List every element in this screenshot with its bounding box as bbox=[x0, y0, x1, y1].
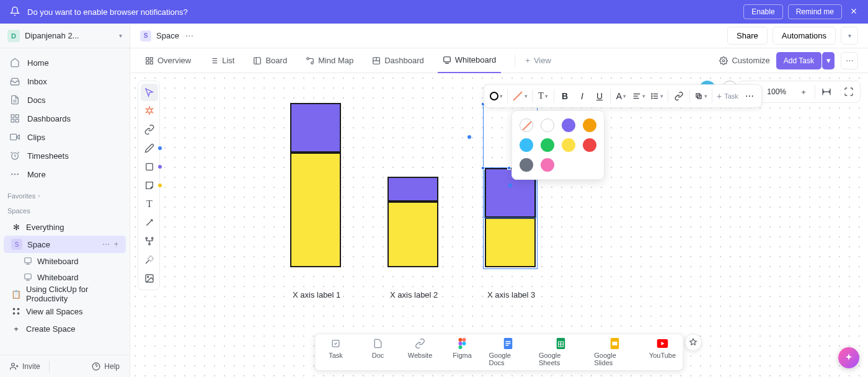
bold-button[interactable]: B bbox=[557, 87, 573, 105]
color-purple[interactable] bbox=[562, 118, 575, 132]
nav-docs[interactable]: Docs bbox=[0, 91, 130, 109]
fullscreen-button[interactable] bbox=[838, 81, 860, 103]
tab-board[interactable]: Board bbox=[248, 48, 292, 73]
favorites-section[interactable]: Favorites› bbox=[0, 188, 130, 203]
nav-timesheets[interactable]: Timesheets bbox=[0, 146, 130, 165]
svg-point-35 bbox=[146, 237, 148, 239]
tab-mindmap[interactable]: Mind Map bbox=[301, 48, 358, 73]
bar-1-yellow[interactable] bbox=[290, 153, 341, 267]
customize-button[interactable]: Customize bbox=[719, 56, 769, 65]
x-axis-label-1[interactable]: X axis label 1 bbox=[293, 290, 340, 299]
color-red[interactable] bbox=[583, 138, 596, 152]
breadcrumb-space[interactable]: Space bbox=[156, 31, 179, 40]
bar-2-purple[interactable] bbox=[388, 177, 438, 202]
sidebar-item-everything[interactable]: ✻Everything bbox=[4, 218, 126, 236]
bar-1-purple[interactable] bbox=[290, 103, 341, 153]
text-tool[interactable]: T bbox=[141, 195, 158, 213]
help-button[interactable]: Help bbox=[87, 360, 125, 373]
sticky-tool[interactable] bbox=[141, 177, 158, 194]
color-none[interactable] bbox=[520, 118, 533, 132]
x-axis-label-3[interactable]: X axis label 3 bbox=[487, 290, 535, 299]
remind-button[interactable]: Remind me bbox=[788, 4, 842, 19]
nav-clips[interactable]: Clips bbox=[0, 128, 130, 146]
shape-tool[interactable] bbox=[141, 158, 158, 175]
share-button[interactable]: Share bbox=[727, 27, 768, 45]
embed-gdocs[interactable]: Google Docs bbox=[489, 338, 528, 366]
nav-inbox[interactable]: Inbox bbox=[0, 72, 130, 91]
fit-width-button[interactable] bbox=[815, 81, 838, 103]
svg-point-6 bbox=[17, 174, 18, 174]
add-task-button[interactable]: Add Task bbox=[776, 52, 822, 69]
relation-tool[interactable] bbox=[141, 233, 158, 250]
embed-doc[interactable]: Doc bbox=[363, 338, 394, 366]
pin-button[interactable] bbox=[684, 334, 702, 351]
image-tool[interactable] bbox=[141, 270, 158, 287]
sidebar-item-viewall[interactable]: View all Spaces bbox=[4, 303, 126, 320]
convert-task-button[interactable]: +Task bbox=[715, 87, 740, 105]
bar-3-yellow[interactable] bbox=[485, 218, 536, 267]
color-green[interactable] bbox=[541, 138, 554, 152]
pen-tool[interactable] bbox=[141, 140, 158, 157]
color-blue[interactable] bbox=[520, 138, 533, 152]
italic-button[interactable]: I bbox=[574, 87, 590, 105]
align-button[interactable]: ▾ bbox=[631, 87, 647, 105]
shape-type-button[interactable]: ▾ bbox=[488, 87, 505, 105]
ai-fab-button[interactable] bbox=[838, 347, 859, 368]
ai-tool[interactable] bbox=[141, 102, 158, 120]
whiteboard-canvas[interactable]: T X axis label 1 X axis label 2 X axis l… bbox=[130, 73, 868, 377]
enable-button[interactable]: Enable bbox=[743, 4, 782, 19]
embed-task[interactable]: Task bbox=[321, 338, 352, 366]
sidebar-item-whiteboard-2[interactable]: Whiteboard bbox=[0, 269, 130, 285]
more-options-button[interactable]: ⋯ bbox=[742, 87, 758, 105]
x-axis-label-2[interactable]: X axis label 2 bbox=[390, 290, 438, 299]
workspace-switcher[interactable]: D Dipanjenah 2... ▾ bbox=[0, 24, 130, 48]
sidebar-item-whiteboard-1[interactable]: Whiteboard bbox=[0, 253, 130, 269]
automations-chevron[interactable]: ▾ bbox=[841, 27, 858, 45]
border-color-button[interactable]: ▾ bbox=[510, 87, 529, 105]
tab-add-view[interactable]: +View bbox=[520, 48, 556, 73]
position-button[interactable]: ▾ bbox=[693, 87, 709, 105]
embed-gslides[interactable]: Google Slides bbox=[594, 338, 636, 366]
nav-dashboards[interactable]: Dashboards bbox=[0, 109, 130, 128]
embed-website[interactable]: Website bbox=[405, 338, 436, 366]
link-tool[interactable] bbox=[141, 121, 158, 138]
tab-whiteboard[interactable]: Whiteboard bbox=[438, 48, 501, 73]
color-yellow[interactable] bbox=[562, 138, 575, 152]
sidebar-item-doc[interactable]: 📋Using ClickUp for Productivity bbox=[4, 285, 126, 303]
add-task-chevron[interactable]: ▾ bbox=[822, 52, 835, 69]
nav-home[interactable]: Home bbox=[0, 53, 130, 72]
svg-point-27 bbox=[307, 57, 309, 60]
color-gray[interactable] bbox=[520, 158, 533, 172]
bar-2-yellow[interactable] bbox=[388, 202, 438, 267]
close-icon[interactable] bbox=[849, 7, 858, 17]
list-button[interactable]: ▾ bbox=[649, 87, 665, 105]
tab-overview[interactable]: Overview bbox=[140, 48, 196, 73]
select-tool[interactable] bbox=[141, 84, 158, 101]
sidebar-item-space[interactable]: SSpace⋯ + bbox=[4, 236, 126, 253]
embed-figma[interactable]: Figma bbox=[447, 338, 478, 366]
zoom-percent[interactable]: 100% bbox=[761, 87, 792, 96]
nav-more[interactable]: More bbox=[0, 165, 130, 184]
color-pink[interactable] bbox=[541, 158, 554, 172]
color-white[interactable] bbox=[541, 118, 554, 132]
zoom-in-button[interactable]: + bbox=[792, 81, 815, 103]
font-size-button[interactable]: T▾ bbox=[535, 87, 551, 105]
automations-button[interactable]: Automations bbox=[773, 27, 836, 45]
link-button[interactable] bbox=[671, 87, 687, 105]
color-orange[interactable] bbox=[583, 118, 596, 132]
sidebar-item-create[interactable]: +Create Space bbox=[4, 320, 126, 337]
more-button[interactable]: ⋯ bbox=[841, 52, 858, 69]
text-color-button[interactable]: A▾ bbox=[613, 87, 629, 105]
invite-button[interactable]: Invite bbox=[5, 360, 45, 373]
more-icon[interactable]: ⋯ bbox=[185, 31, 193, 40]
connector-tool[interactable] bbox=[141, 214, 158, 231]
svg-point-10 bbox=[13, 308, 14, 309]
magic-tool[interactable] bbox=[141, 251, 158, 268]
space-actions[interactable]: ⋯ + bbox=[102, 240, 118, 249]
embed-gsheets[interactable]: Google Sheets bbox=[539, 338, 583, 366]
tab-dashboard[interactable]: Dashboard bbox=[367, 48, 429, 73]
workspace-name: Dipanjenah 2... bbox=[25, 31, 119, 40]
embed-youtube[interactable]: YouTube bbox=[647, 338, 678, 366]
tab-list[interactable]: List bbox=[205, 48, 239, 73]
underline-button[interactable]: U bbox=[591, 87, 608, 105]
